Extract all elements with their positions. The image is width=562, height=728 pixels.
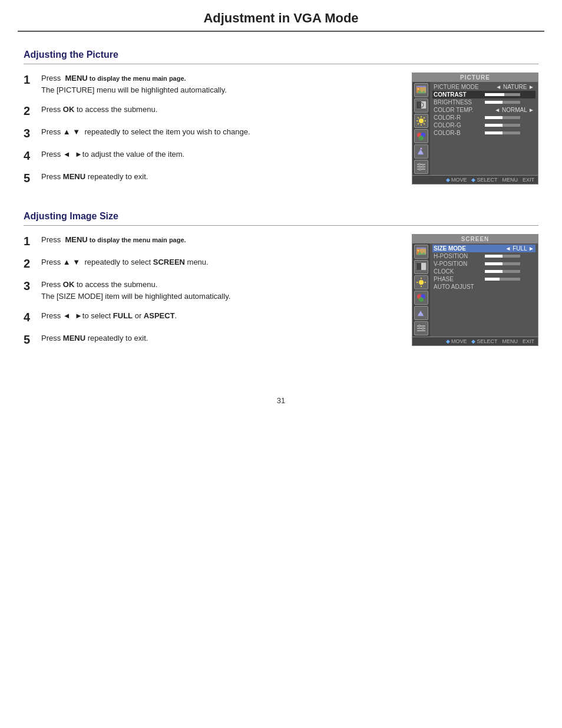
step-2-2: 2 Press ▲ ▼ repeatedly to select SCREEN … — [24, 256, 394, 271]
step-text: Press ▲ ▼ repeatedly to select SCREEN me… — [41, 256, 209, 268]
osd-screen-panel: SCREEN — [412, 234, 538, 346]
svg-rect-47 — [417, 330, 425, 331]
section2-steps: 1 Press MENU to display the menu main pa… — [24, 234, 394, 355]
svg-point-26 — [422, 166, 424, 168]
osd-icon-screen-color — [414, 291, 428, 305]
step-1-3: 3 Press ▲ ▼ repeatedly to select the ite… — [24, 126, 394, 140]
step-text: Press MENU to display the menu main page… — [41, 234, 186, 246]
svg-point-3 — [418, 88, 419, 90]
osd-screen-footer: ◆ MOVE ◆ SELECT MENU EXIT — [412, 337, 538, 345]
step-number: 4 — [24, 149, 37, 163]
osd-screen-icons-col — [412, 243, 430, 337]
step-text: Press MENU repeatedly to exit. — [41, 332, 148, 344]
svg-line-17 — [418, 123, 419, 124]
osd-picture-header: PICTURE — [412, 73, 538, 82]
step-1-2: 2 Press OK to access the submenu. — [24, 104, 394, 118]
osd-row-phase: PHASE — [432, 275, 535, 283]
osd-row-auto-adjust: AUTO ADJUST — [432, 283, 535, 291]
osd-icon-screen-tools — [414, 306, 428, 320]
osd-icon-screen-settings — [414, 321, 428, 335]
page-number: 31 — [0, 396, 562, 417]
osd-icon-screen-picture — [414, 245, 428, 259]
svg-point-49 — [422, 327, 424, 330]
osd-row-brightness: BRIGHTNESS — [432, 98, 535, 106]
step-text: Press MENU repeatedly to exit. — [41, 171, 148, 183]
osd-picture-footer: ◆ MOVE ◆ SELECT MENU EXIT — [412, 175, 538, 184]
osd-picture-panel: PICTURE — [412, 73, 538, 185]
osd-row-color-g: COLOR-G — [432, 121, 535, 129]
step-2-4: 4 Press ◄ ►to select FULL or ASPECT. — [24, 310, 394, 324]
svg-rect-1 — [416, 86, 426, 87]
svg-point-20 — [419, 136, 424, 140]
step-number: 3 — [24, 279, 37, 293]
osd-menu-col-screen: SIZE MODE ◄ FULL ► H-POSITION — [430, 243, 538, 337]
svg-point-48 — [418, 325, 421, 327]
svg-point-9 — [419, 118, 424, 123]
step-2-3: 3 Press OK to access the submenu. The [S… — [24, 279, 394, 302]
osd-row-size-mode: SIZE MODE ◄ FULL ► — [432, 245, 535, 252]
step-text: Press MENU to display the menu main page… — [41, 73, 227, 95]
step-number: 2 — [24, 104, 37, 118]
osd-icons-col — [412, 82, 430, 175]
osd-row-contrast: CONTRAST — [432, 91, 535, 98]
osd-row-clock: CLOCK — [432, 268, 535, 275]
svg-line-16 — [424, 117, 425, 118]
svg-rect-34 — [416, 263, 421, 270]
step-1-5: 5 Press MENU repeatedly to exit. — [24, 171, 394, 185]
osd-screen-header: SCREEN — [412, 235, 538, 243]
section-adjusting-picture: Adjusting the Picture 1 Press MENU to di… — [24, 50, 538, 193]
svg-point-31 — [418, 250, 419, 252]
step-2-1: 1 Press MENU to display the menu main pa… — [24, 234, 394, 248]
svg-point-36 — [419, 280, 424, 285]
section2-divider — [24, 225, 538, 226]
step-text: Press ◄ ►to adjust the value of the item… — [41, 149, 184, 160]
step-1-4: 4 Press ◄ ►to adjust the value of the it… — [24, 149, 394, 163]
section1-title: Adjusting the Picture — [24, 50, 538, 60]
section2-title: Adjusting Image Size — [24, 211, 538, 222]
svg-rect-35 — [421, 263, 426, 270]
step-number: 3 — [24, 126, 37, 140]
section-adjusting-image-size: Adjusting Image Size 1 Press MENU to dis… — [24, 211, 538, 355]
osd-row-h-position: H-POSITION — [432, 252, 535, 260]
osd-icon-brightness — [414, 114, 428, 128]
svg-rect-29 — [416, 248, 426, 249]
step-text: Press ▲ ▼ repeatedly to select the item … — [41, 126, 250, 138]
step-number: 5 — [24, 171, 37, 185]
svg-line-14 — [418, 117, 419, 118]
osd-row-v-position: V-POSITION — [432, 260, 535, 268]
osd-icon-settings — [414, 160, 428, 174]
step-number: 1 — [24, 73, 37, 87]
step-text: Press OK to access the submenu. — [41, 104, 157, 116]
osd-menu-col-picture: PICTURE MODE ◄ NATURE ► CONTRAST — [430, 82, 538, 175]
step-2-5: 5 Press MENU repeatedly to exit. — [24, 332, 394, 347]
osd-row-color-r: COLOR-R — [432, 114, 535, 121]
section1-divider — [24, 64, 538, 64]
osd-icon-screen-contrast — [414, 260, 428, 274]
osd-icon-tools — [414, 144, 428, 159]
step-number: 2 — [24, 256, 37, 271]
step-number: 1 — [24, 234, 37, 248]
osd-row-color-b: COLOR-B — [432, 129, 535, 137]
step-number: 4 — [24, 310, 37, 324]
svg-line-15 — [424, 123, 425, 124]
section1-steps: 1 Press MENU to display the menu main pa… — [24, 73, 394, 193]
step-text: Press ◄ ►to select FULL or ASPECT. — [41, 310, 177, 322]
osd-icon-screen-brightness — [414, 275, 428, 289]
osd-icon-picture — [414, 83, 428, 97]
svg-point-43 — [419, 297, 424, 302]
svg-point-27 — [419, 168, 421, 170]
step-1-1: 1 Press MENU to display the menu main pa… — [24, 73, 394, 95]
osd-row-color-temp: COLOR TEMP. ◄ NORMAL ► — [432, 106, 535, 114]
step-number: 5 — [24, 332, 37, 347]
step-text: Press OK to access the submenu. The [SIZ… — [41, 279, 230, 302]
osd-icon-color — [414, 129, 428, 143]
osd-icon-contrast — [414, 98, 428, 113]
page-title: Adjustment in VGA Mode — [18, 0, 544, 32]
svg-point-25 — [418, 163, 421, 166]
osd-row-picture-mode: PICTURE MODE ◄ NATURE ► — [432, 83, 535, 91]
